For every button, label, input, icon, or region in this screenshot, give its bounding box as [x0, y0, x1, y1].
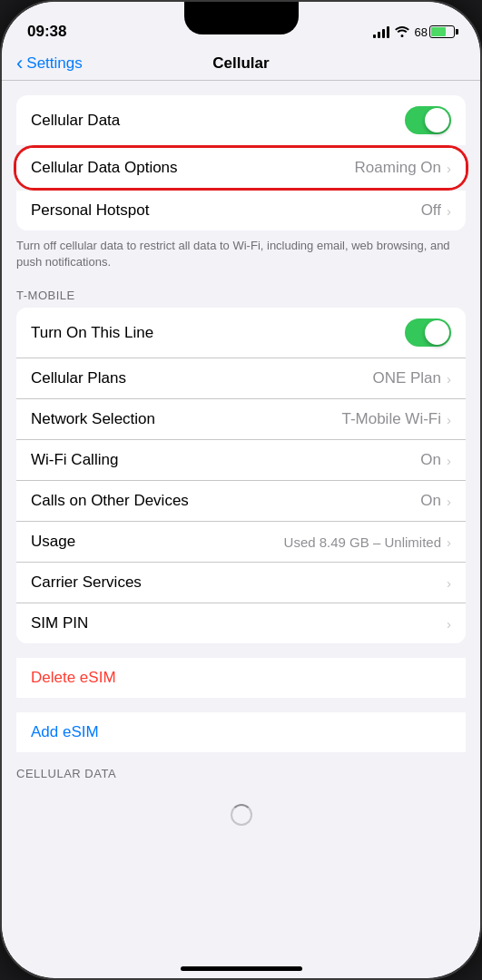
sim-pin-label: SIM PIN	[31, 614, 88, 632]
signal-bar-3	[382, 29, 385, 38]
network-name: T-Mobile Wi-Fi	[341, 410, 441, 428]
battery-body	[429, 25, 455, 38]
usage-data: Used 8.49 GB – Unlimited	[284, 534, 441, 550]
turn-on-this-line-row: Turn On This Line	[16, 308, 466, 358]
wifi-calling-status: On	[420, 451, 441, 469]
phone-screen: 09:38 68	[2, 2, 480, 978]
tmobile-section-header: T-MOBILE	[2, 289, 480, 308]
delete-esim-card: Delete eSIM	[16, 658, 466, 698]
highlighted-row-wrapper: Cellular Data Options Roaming On ›	[16, 145, 466, 191]
battery-icon: 68	[415, 25, 455, 39]
chevron-icon: ›	[447, 161, 451, 176]
plan-name: ONE Plan	[372, 369, 441, 387]
wifi-calling-value: On ›	[420, 451, 451, 469]
status-icons: 68	[373, 24, 455, 40]
network-selection-label: Network Selection	[31, 410, 155, 428]
roaming-value: Roaming On	[355, 159, 441, 177]
signal-bar-4	[387, 26, 389, 38]
chevron-icon: ›	[447, 494, 451, 509]
chevron-icon: ›	[447, 412, 451, 427]
signal-bar-1	[373, 34, 376, 38]
usage-row[interactable]: Usage Used 8.49 GB – Unlimited ›	[16, 522, 466, 563]
wifi-calling-row[interactable]: Wi-Fi Calling On ›	[16, 440, 466, 481]
cellular-data-card-top: Cellular Data	[16, 95, 466, 145]
delete-esim-row[interactable]: Delete eSIM	[16, 658, 466, 698]
chevron-icon: ›	[447, 575, 451, 591]
usage-label: Usage	[31, 533, 75, 551]
home-indicator[interactable]	[181, 966, 302, 971]
toggle-knob-2	[425, 320, 449, 345]
personal-hotspot-card: Personal Hotspot Off ›	[16, 191, 466, 230]
network-selection-row[interactable]: Network Selection T-Mobile Wi-Fi ›	[16, 399, 466, 440]
chevron-icon: ›	[447, 453, 451, 468]
cellular-data-description: Turn off cellular data to restrict all d…	[2, 230, 480, 274]
sim-pin-row[interactable]: SIM PIN ›	[16, 603, 466, 643]
sim-pin-value: ›	[447, 616, 451, 632]
chevron-icon: ›	[447, 203, 451, 219]
cellular-data-section-header: CELLULAR DATA	[2, 767, 480, 786]
personal-hotspot-row[interactable]: Personal Hotspot Off ›	[16, 191, 466, 230]
back-chevron-icon: ‹	[16, 52, 23, 75]
add-esim-label: Add eSIM	[31, 723, 99, 741]
carrier-services-row[interactable]: Carrier Services ›	[16, 563, 466, 603]
cellular-data-row: Cellular Data	[16, 95, 466, 145]
chevron-icon: ›	[447, 371, 451, 387]
cellular-data-options-label: Cellular Data Options	[31, 159, 178, 177]
signal-bar-2	[378, 32, 380, 38]
calls-other-devices-row[interactable]: Calls on Other Devices On ›	[16, 481, 466, 522]
loading-spinner	[2, 786, 480, 844]
carrier-services-value: ›	[447, 575, 451, 591]
tmobile-card: Turn On This Line Cellular Plans ONE Pla…	[16, 308, 466, 643]
signal-bars-icon	[373, 25, 389, 38]
calls-other-status: On	[420, 492, 441, 510]
cellular-data-options-highlight: Cellular Data Options Roaming On ›	[14, 145, 468, 191]
cellular-plans-label: Cellular Plans	[31, 369, 126, 387]
turn-on-line-label: Turn On This Line	[31, 324, 153, 342]
personal-hotspot-value: Off ›	[421, 201, 451, 220]
carrier-services-label: Carrier Services	[31, 573, 142, 592]
cellular-data-options-row[interactable]: Cellular Data Options Roaming On ›	[16, 148, 466, 188]
cellular-data-section: Cellular Data Cellular Data Options Roam…	[2, 95, 480, 274]
back-label: Settings	[26, 54, 82, 73]
cellular-data-label: Cellular Data	[31, 112, 120, 130]
battery-percent: 68	[415, 25, 428, 39]
back-button[interactable]: ‹ Settings	[16, 52, 83, 75]
toggle-knob	[425, 108, 449, 132]
personal-hotspot-label: Personal Hotspot	[31, 201, 149, 220]
phone-frame: 09:38 68	[0, 0, 482, 980]
add-esim-card: Add eSIM	[16, 712, 466, 752]
chevron-icon: ›	[447, 616, 451, 632]
turn-on-line-toggle[interactable]	[405, 318, 451, 347]
cellular-data-options-value: Roaming On ›	[355, 159, 451, 177]
usage-value: Used 8.49 GB – Unlimited ›	[284, 534, 451, 550]
calls-other-devices-value: On ›	[420, 492, 451, 510]
battery-fill	[431, 27, 446, 36]
wifi-calling-label: Wi-Fi Calling	[31, 451, 118, 469]
network-selection-value: T-Mobile Wi-Fi ›	[341, 410, 451, 428]
cellular-plans-row[interactable]: Cellular Plans ONE Plan ›	[16, 358, 466, 399]
delete-esim-label: Delete eSIM	[31, 669, 116, 687]
tmobile-section: T-MOBILE Turn On This Line Cellular Plan…	[2, 289, 480, 698]
page-title: Cellular	[212, 54, 269, 73]
cellular-data-toggle[interactable]	[405, 106, 451, 134]
content-area: Cellular Data Cellular Data Options Roam…	[2, 81, 480, 968]
add-esim-row[interactable]: Add eSIM	[16, 712, 466, 752]
hotspot-status: Off	[421, 201, 441, 220]
spinner-icon	[231, 804, 252, 826]
wifi-icon	[395, 24, 409, 40]
cellular-plans-value: ONE Plan ›	[372, 369, 451, 387]
chevron-icon: ›	[447, 534, 451, 550]
cellular-data-bottom-section: CELLULAR DATA	[2, 767, 480, 844]
calls-other-devices-label: Calls on Other Devices	[31, 492, 189, 510]
notch	[184, 2, 299, 34]
nav-bar: ‹ Settings Cellular	[2, 51, 480, 81]
status-time: 09:38	[27, 23, 66, 41]
